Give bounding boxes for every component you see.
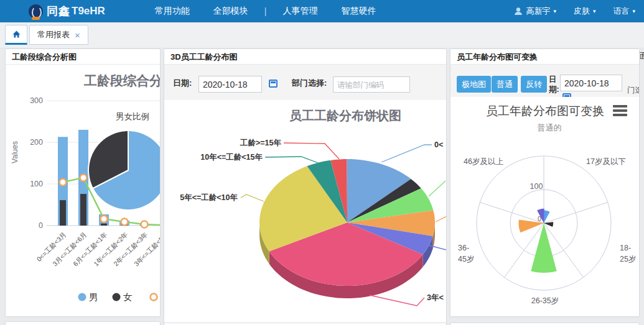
skin-label: 皮肤 [574, 6, 590, 17]
calendar-icon[interactable] [269, 80, 278, 88]
chevron-down-icon: ▾ [632, 8, 635, 14]
user-name: 高新宇 [526, 6, 550, 17]
department-label: 部门选择: [292, 78, 327, 89]
chevron-down-icon: ▾ [553, 8, 556, 14]
user-icon [514, 7, 523, 16]
top-navbar: 同鑫 T9eHR 常用功能 全部模块 | 人事管理 智慧硬件 高新宇 ▾ 皮肤 … [0, 0, 644, 22]
svg-text:员工工龄分布饼状图: 员工工龄分布饼状图 [289, 109, 401, 122]
legend-item[interactable] [113, 293, 121, 301]
chevron-down-icon: ▾ [593, 8, 596, 14]
svg-text:工龄段综合分析图: 工龄段综合分析图 [83, 73, 160, 88]
language-label: 语言 [613, 6, 629, 17]
svg-text:0: 0 [538, 215, 541, 222]
date-label: 日期: [173, 78, 192, 89]
seniority-pie-chart-svg: 员工工龄分布饼状图工龄>=15年10年<=工龄<15年5年<=工龄<10年0<3… [164, 100, 446, 325]
normal-button[interactable]: 普通 [492, 76, 518, 93]
panel-title: 员工年龄分布图可变换 [450, 49, 639, 65]
menu-divider: | [264, 6, 267, 16]
menu-item-hr-management[interactable]: 人事管理 [283, 6, 318, 17]
chart-menu-icon[interactable] [613, 105, 627, 116]
globe-logo-icon [29, 4, 43, 19]
svg-text:200: 200 [30, 138, 43, 147]
tab-common-reports[interactable]: 常用报表 × [29, 25, 88, 45]
svg-text:Values: Values [11, 141, 19, 163]
svg-text:18-: 18- [620, 244, 631, 252]
main-menu: 常用功能 全部模块 | 人事管理 智慧硬件 [155, 6, 376, 17]
tab-home[interactable] [5, 25, 27, 45]
right-toolbar: 极地图 普通 反转 日期: 门选 [450, 65, 639, 97]
svg-text:0: 0 [39, 221, 43, 230]
brand-name-cn: 同鑫 [47, 4, 70, 19]
invert-button[interactable]: 反转 [521, 76, 547, 93]
legend-item[interactable] [151, 294, 157, 301]
panel-3d-seniority-pie: 3D员工工龄分布图 日期: 部门选择: 员工工龄分布饼状图工龄>=15年10年<… [164, 48, 447, 325]
svg-text:100: 100 [530, 182, 543, 191]
seniority-combo-chart-svg: 0100200300Values工龄段综合分析图0<=工龄<3月3月<=工龄<6… [6, 65, 160, 317]
age-polar-chart-svg: 员工年龄分布图可变换普通的100046岁及以上17岁及以下18-25岁36-45… [450, 97, 639, 316]
tab-bar: 常用报表 × 自定义桌面 [0, 22, 644, 48]
svg-text:26-35岁: 26-35岁 [531, 296, 559, 305]
legend-label[interactable]: 女 [123, 292, 133, 302]
app-root: 同鑫 T9eHR 常用功能 全部模块 | 人事管理 智慧硬件 高新宇 ▾ 皮肤 … [0, 0, 644, 325]
date-input[interactable] [560, 75, 622, 91]
legend-item[interactable] [78, 293, 86, 301]
user-menu[interactable]: 高新宇 ▾ [514, 6, 556, 17]
svg-text:25岁: 25岁 [620, 255, 636, 263]
svg-text:普通的: 普通的 [538, 123, 562, 132]
svg-text:男女比例: 男女比例 [116, 112, 149, 121]
panel-next-row [450, 323, 640, 325]
svg-text:100: 100 [30, 180, 43, 188]
panel-seniority-analysis: 工龄段综合分析图 0100200300Values工龄段综合分析图0<=工龄<3… [5, 48, 161, 317]
menu-item-all-modules[interactable]: 全部模块 [213, 6, 248, 17]
menu-item-common-functions[interactable]: 常用功能 [155, 6, 190, 17]
svg-text:工龄>=15年: 工龄>=15年 [240, 139, 282, 147]
date-input[interactable] [198, 76, 262, 93]
panel-next-row [5, 321, 161, 325]
svg-text:员工年龄分布图可变换: 员工年龄分布图可变换 [486, 104, 604, 117]
panel-title: 工龄段综合分析图 [6, 49, 160, 65]
svg-text:46岁及以上: 46岁及以上 [464, 157, 503, 166]
panel-next-row [164, 323, 447, 325]
mid-toolbar: 日期: 部门选择: [164, 65, 446, 100]
menu-item-smart-hardware[interactable]: 智慧硬件 [342, 6, 376, 17]
age-polar-chart: 员工年龄分布图可变换普通的100046岁及以上17岁及以下18-25岁36-45… [450, 97, 639, 317]
tab-label: 常用报表 [37, 29, 70, 40]
department-input[interactable] [333, 76, 410, 93]
navbar-right: 高新宇 ▾ 皮肤 ▾ 语言 ▾ [514, 6, 635, 17]
seniority-pie-chart: 员工工龄分布饼状图工龄>=15年10年<=工龄<15年5年<=工龄<10年0<3… [164, 100, 446, 325]
svg-text:45岁: 45岁 [458, 255, 474, 263]
svg-text:300: 300 [30, 96, 43, 105]
panel-age-distribution: 员工年龄分布图可变换 极地图 普通 反转 日期: 门选 员工年龄分布图可变换普通… [450, 48, 640, 317]
svg-text:5年<=工龄<10年: 5年<=工龄<10年 [180, 193, 238, 202]
skin-menu[interactable]: 皮肤 ▾ [574, 6, 596, 17]
svg-text:3年<: 3年< [427, 293, 444, 302]
svg-text:17岁及以下: 17岁及以下 [586, 157, 626, 166]
seniority-combo-chart: 0100200300Values工龄段综合分析图0<=工龄<3月3月<=工龄<6… [6, 65, 160, 317]
language-menu[interactable]: 语言 ▾ [613, 6, 635, 17]
svg-text:36-: 36- [458, 244, 469, 252]
panel-title: 3D员工工龄分布图 [164, 49, 446, 65]
legend-label[interactable]: 男 [89, 292, 98, 302]
department-label-clipped: 门选 [627, 85, 640, 96]
polar-chart-button[interactable]: 极地图 [457, 76, 491, 93]
brand-name-en: T9eHR [72, 5, 105, 17]
svg-text:0<: 0< [434, 140, 443, 149]
brand-logo: 同鑫 T9eHR [29, 4, 105, 19]
home-icon [12, 30, 21, 39]
close-icon[interactable]: × [75, 30, 80, 40]
svg-text:10年<=工龄<15年: 10年<=工龄<15年 [200, 153, 263, 162]
date-label: 日期: [549, 75, 559, 94]
